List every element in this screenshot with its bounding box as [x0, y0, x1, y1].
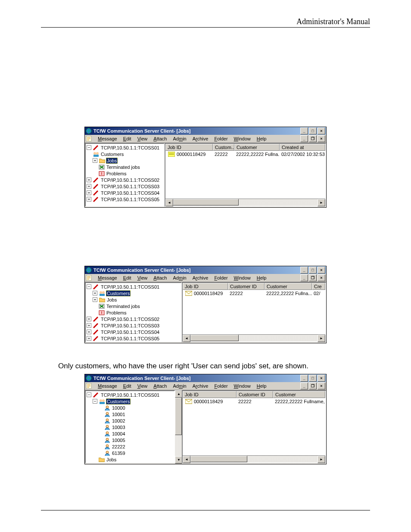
close-button[interactable]: × — [318, 267, 325, 274]
col-cre[interactable]: Cre — [312, 283, 325, 290]
tree-server-4[interactable]: TCP/IP,10.50.1.1:TCOSS04 — [100, 330, 160, 335]
list-row[interactable]: 00000118429 22222 22222,22222 Fullname, — [183, 398, 325, 405]
menu-admin[interactable]: Admin — [170, 383, 189, 389]
mdi-restore-button[interactable]: ❐ — [309, 383, 317, 389]
tree-customer-item[interactable]: 10004 — [86, 430, 174, 437]
tree-server-3[interactable]: TCP/IP,10.50.1.1:TCOSS03 — [100, 184, 160, 189]
scroll-right-button[interactable]: ► — [318, 199, 325, 206]
tree-server-1[interactable]: TCP/IP,10.50.1.1:TCOSS01 — [100, 392, 160, 398]
mdi-restore-button[interactable]: ❐ — [309, 135, 317, 142]
expander[interactable]: + — [87, 330, 91, 334]
col-jobid[interactable]: Job ID — [183, 391, 237, 398]
mdi-close-button[interactable]: × — [318, 135, 325, 142]
list-row[interactable]: 00000118429 22222 22222,22222 Fullna... … — [165, 151, 325, 158]
expander[interactable]: − — [87, 284, 91, 289]
tree-customers[interactable]: Customers — [100, 152, 125, 157]
tree-customer-item[interactable]: 10005 — [86, 437, 174, 443]
menu-view[interactable]: View — [135, 136, 150, 142]
minimize-button[interactable]: _ — [300, 375, 308, 382]
minimize-button[interactable]: _ — [300, 128, 308, 134]
tree-jobs[interactable]: Jobs — [106, 297, 118, 302]
titlebar[interactable]: TCfW Communication Server Client- [Jobs]… — [85, 127, 326, 135]
tree-server-2[interactable]: TCP/IP,10.50.1.1:TCOSS02 — [100, 317, 160, 322]
titlebar[interactable]: TCfW Communication Server Client- [Jobs]… — [85, 374, 326, 382]
h-scrollbar[interactable]: ◄ ► — [165, 199, 325, 206]
scroll-right-button[interactable]: ► — [318, 335, 325, 342]
menu-folder[interactable]: Folder — [212, 136, 230, 142]
list-body[interactable]: 00000118429 22222 22222,22222 Fullname, — [183, 398, 325, 455]
tree-customer-item[interactable]: 10002 — [86, 417, 174, 424]
v-scrollbar[interactable]: ▲ ▼ — [175, 390, 182, 464]
tree-server-5[interactable]: TCP/IP,10.50.1.1:TCOSS05 — [100, 336, 160, 341]
maximize-button[interactable]: □ — [309, 375, 317, 382]
col-customerid[interactable]: Customer ID — [237, 391, 273, 398]
tree-jobs[interactable]: Jobs — [106, 457, 117, 462]
col-created[interactable]: Created at — [280, 144, 325, 151]
expander[interactable]: + — [87, 317, 91, 321]
tree-customer-item[interactable]: 10003 — [86, 424, 174, 430]
menu-edit[interactable]: Edit — [121, 383, 134, 389]
maximize-button[interactable]: □ — [309, 128, 317, 134]
list-body[interactable]: 00000118429 22222 22222,22222 Fullna... … — [165, 151, 325, 199]
col-customer[interactable]: Customer — [234, 144, 280, 151]
menu-help[interactable]: Help — [254, 275, 269, 281]
mdi-close-button[interactable]: × — [318, 274, 325, 281]
list-body[interactable]: 00000118429 22222 22222,22222 Fullna... … — [183, 290, 325, 334]
expander[interactable]: + — [87, 197, 91, 202]
menu-archive[interactable]: Archive — [190, 383, 211, 389]
menu-archive[interactable]: Archive — [190, 275, 211, 281]
titlebar[interactable]: TCfW Communication Server Client- [Jobs]… — [85, 266, 326, 274]
tree-problems[interactable]: Problems — [106, 171, 127, 176]
tree-customer-item[interactable]: 10000 — [86, 404, 174, 411]
tree-pane[interactable]: −TCP/IP,10.50.1.1:TCOSS01 Customers +Job… — [85, 143, 165, 207]
col-customer[interactable]: Customer — [273, 391, 325, 398]
menu-attach[interactable]: Attach — [151, 136, 169, 142]
menu-window[interactable]: Window — [231, 383, 253, 389]
tree-jobs-selected[interactable]: Jobs — [106, 158, 118, 164]
expander[interactable]: + — [93, 297, 97, 302]
scroll-right-button[interactable]: ► — [318, 456, 325, 463]
expander[interactable]: − — [87, 145, 91, 150]
h-scrollbar[interactable]: ◄ ► — [183, 334, 325, 342]
expander[interactable]: + — [93, 291, 97, 296]
menu-message[interactable]: Message — [95, 275, 120, 281]
menu-archive[interactable]: Archive — [190, 136, 211, 142]
h-scrollbar[interactable]: ◄ ► — [183, 455, 325, 463]
mdi-restore-button[interactable]: ❐ — [309, 274, 317, 281]
tree-customers-selected[interactable]: Customers — [106, 290, 131, 296]
tree-server-1[interactable]: TCP/IP,10.50.1.1:TCOSS01 — [100, 284, 160, 289]
scroll-left-button[interactable]: ◄ — [183, 335, 190, 342]
tree-pane[interactable]: −TCP/IP,10.50.1.1:TCOSS01 −Customers 100… — [85, 390, 175, 464]
expander[interactable]: − — [93, 399, 97, 404]
maximize-button[interactable]: □ — [309, 267, 317, 274]
tree-server-4[interactable]: TCP/IP,10.50.1.1:TCOSS04 — [100, 190, 160, 196]
expander[interactable]: + — [87, 177, 91, 182]
tree-terminated[interactable]: Terminated jobs — [106, 165, 141, 170]
close-button[interactable]: × — [318, 375, 325, 382]
tree-terminated[interactable]: Terminated jobs — [106, 304, 141, 309]
mdi-minimize-button[interactable]: _ — [300, 274, 308, 281]
menu-folder[interactable]: Folder — [212, 383, 230, 389]
menu-edit[interactable]: Edit — [121, 275, 134, 281]
tree-problems[interactable]: Problems — [106, 310, 127, 315]
menu-message[interactable]: Message — [95, 383, 120, 389]
tree-customer-item[interactable]: 10001 — [86, 411, 174, 417]
menu-help[interactable]: Help — [254, 383, 269, 389]
col-customerid[interactable]: Customer ID — [228, 283, 265, 290]
menu-view[interactable]: View — [135, 383, 150, 389]
menu-window[interactable]: Window — [231, 136, 253, 142]
tree-customer-item[interactable]: 22222 — [86, 443, 174, 450]
tree-server-1[interactable]: TCP/IP,10.50.1.1:TCOSS01 — [100, 145, 160, 150]
menu-message[interactable]: Message — [95, 136, 120, 142]
menu-admin[interactable]: Admin — [170, 275, 189, 281]
col-custom[interactable]: Custom... — [213, 144, 234, 151]
menu-attach[interactable]: Attach — [151, 275, 169, 281]
tree-server-3[interactable]: TCP/IP,10.50.1.1:TCOSS03 — [100, 323, 160, 328]
expander[interactable]: + — [93, 158, 97, 163]
expander[interactable]: − — [87, 392, 91, 397]
mdi-close-button[interactable]: × — [318, 383, 325, 389]
tree-customers-selected[interactable]: Customers — [106, 398, 131, 404]
expander[interactable]: + — [87, 184, 91, 189]
minimize-button[interactable]: _ — [300, 267, 308, 274]
scroll-left-button[interactable]: ◄ — [183, 456, 190, 463]
